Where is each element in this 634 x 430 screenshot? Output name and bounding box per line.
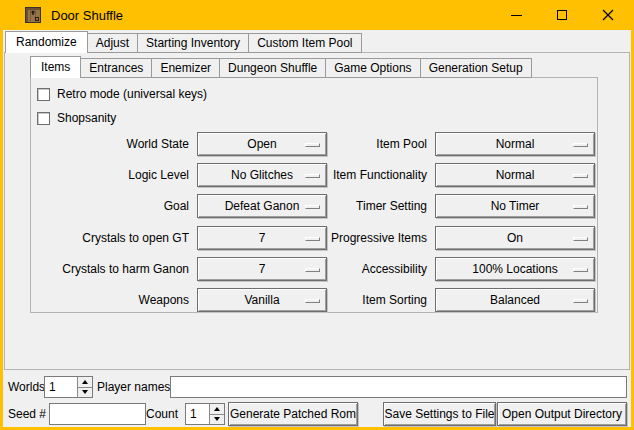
minimize-icon: [511, 15, 522, 16]
timer-setting-dropdown[interactable]: No Timer: [435, 194, 595, 218]
item-pool-label: Item Pool: [269, 137, 435, 151]
tab-items[interactable]: Items: [30, 56, 81, 78]
world-state-label: World State: [31, 137, 197, 151]
tab-adjust[interactable]: Adjust: [87, 33, 138, 53]
tab-custom-item-pool[interactable]: Custom Item Pool: [248, 33, 361, 53]
player-names-label: Player names: [97, 376, 170, 398]
items-tab-pane: Retro mode (universal keys) Shopsanity W…: [30, 77, 598, 313]
progressive-items-label: Progressive Items: [269, 231, 435, 245]
seed-label: Seed #: [8, 403, 46, 425]
close-button[interactable]: [585, 0, 631, 30]
item-pool-dropdown[interactable]: Normal: [435, 132, 595, 156]
worlds-spin-down-button[interactable]: [78, 388, 92, 398]
tab-enemizer[interactable]: Enemizer: [151, 58, 220, 78]
progressive-items-dropdown[interactable]: On: [435, 226, 595, 250]
logic-level-label: Logic Level: [31, 168, 197, 182]
count-label: Count: [146, 403, 178, 425]
maximize-button[interactable]: [539, 0, 585, 30]
tab-game-options[interactable]: Game Options: [325, 58, 420, 78]
progressive-items-row: Progressive Items On: [269, 226, 595, 250]
door-app-icon: [25, 7, 41, 23]
tab-starting-inventory[interactable]: Starting Inventory: [137, 33, 249, 53]
open-output-directory-button[interactable]: Open Output Directory: [497, 402, 627, 426]
accessibility-value: 100% Locations: [472, 262, 557, 276]
generate-patched-rom-button[interactable]: Generate Patched Rom: [228, 402, 358, 426]
accessibility-row: Accessibility 100% Locations: [269, 257, 595, 281]
worlds-spinner-buttons: [77, 377, 92, 397]
goal-label: Goal: [31, 199, 197, 213]
worlds-value: 1: [49, 380, 56, 394]
player-names-input[interactable]: [170, 376, 627, 398]
crystals-gt-label: Crystals to open GT: [31, 231, 197, 245]
worlds-spin-up-button[interactable]: [78, 377, 92, 388]
tab-generation-setup[interactable]: Generation Setup: [420, 58, 532, 78]
spin-up-icon: [82, 380, 88, 384]
item-sorting-row: Item Sorting Balanced: [269, 288, 595, 312]
crystals-ganon-label: Crystals to harm Ganon: [31, 262, 197, 276]
main-tab-bar: Randomize Adjust Starting Inventory Cust…: [5, 31, 361, 53]
tab-randomize[interactable]: Randomize: [5, 31, 88, 53]
spin-down-icon: [214, 417, 220, 421]
count-spinner-buttons: [209, 404, 224, 424]
window-title: Door Shuffle: [51, 8, 123, 23]
dropdown-indicator-icon: [573, 205, 588, 209]
worlds-spinbox[interactable]: 1: [44, 376, 93, 398]
shopsanity-row: Shopsanity: [37, 110, 116, 126]
item-pool-value: Normal: [496, 137, 535, 151]
timer-setting-label: Timer Setting: [269, 199, 435, 213]
dropdown-indicator-icon: [573, 268, 588, 272]
tab-entrances[interactable]: Entrances: [80, 58, 152, 78]
item-pool-row: Item Pool Normal: [269, 132, 595, 156]
tab-dungeon-shuffle[interactable]: Dungeon Shuffle: [219, 58, 326, 78]
dropdown-indicator-icon: [573, 237, 588, 241]
count-spin-up-button[interactable]: [210, 404, 224, 415]
spin-up-icon: [214, 407, 220, 411]
app-window: Door Shuffle Randomize Adjust Starting I…: [0, 0, 634, 430]
sub-tab-bar: Items Entrances Enemizer Dungeon Shuffle…: [30, 56, 531, 78]
spin-down-icon: [82, 390, 88, 394]
close-icon: [602, 9, 614, 21]
titlebar[interactable]: Door Shuffle: [0, 0, 634, 30]
crystals-ganon-value: 7: [259, 262, 266, 276]
crystals-gt-value: 7: [259, 231, 266, 245]
dropdown-indicator-icon: [573, 299, 588, 303]
retro-mode-checkbox[interactable]: [37, 88, 50, 101]
timer-setting-value: No Timer: [491, 199, 540, 213]
accessibility-label: Accessibility: [269, 262, 435, 276]
item-functionality-row: Item Functionality Normal: [269, 163, 595, 187]
weapons-label: Weapons: [31, 293, 197, 307]
retro-mode-label: Retro mode (universal keys): [57, 87, 207, 101]
count-value: 1: [190, 407, 197, 421]
shopsanity-label: Shopsanity: [57, 111, 116, 125]
item-sorting-dropdown[interactable]: Balanced: [435, 288, 595, 312]
window-content: Randomize Adjust Starting Inventory Cust…: [3, 30, 631, 427]
dropdown-indicator-icon: [573, 143, 588, 147]
item-functionality-value: Normal: [496, 168, 535, 182]
save-settings-button[interactable]: Save Settings to File: [383, 402, 496, 426]
item-sorting-value: Balanced: [490, 293, 540, 307]
timer-setting-row: Timer Setting No Timer: [269, 194, 595, 218]
accessibility-dropdown[interactable]: 100% Locations: [435, 257, 595, 281]
count-spin-down-button[interactable]: [210, 415, 224, 425]
window-controls: [493, 0, 631, 30]
item-functionality-label: Item Functionality: [269, 168, 435, 182]
count-spinbox[interactable]: 1: [185, 403, 225, 425]
progressive-items-value: On: [507, 231, 523, 245]
minimize-button[interactable]: [493, 0, 539, 30]
dropdown-indicator-icon: [573, 174, 588, 178]
shopsanity-checkbox[interactable]: [37, 112, 50, 125]
item-functionality-dropdown[interactable]: Normal: [435, 163, 595, 187]
item-sorting-label: Item Sorting: [269, 293, 435, 307]
seed-input[interactable]: [49, 403, 146, 425]
worlds-label: Worlds: [8, 376, 45, 398]
retro-mode-row: Retro mode (universal keys): [37, 86, 207, 102]
maximize-icon: [557, 10, 567, 20]
